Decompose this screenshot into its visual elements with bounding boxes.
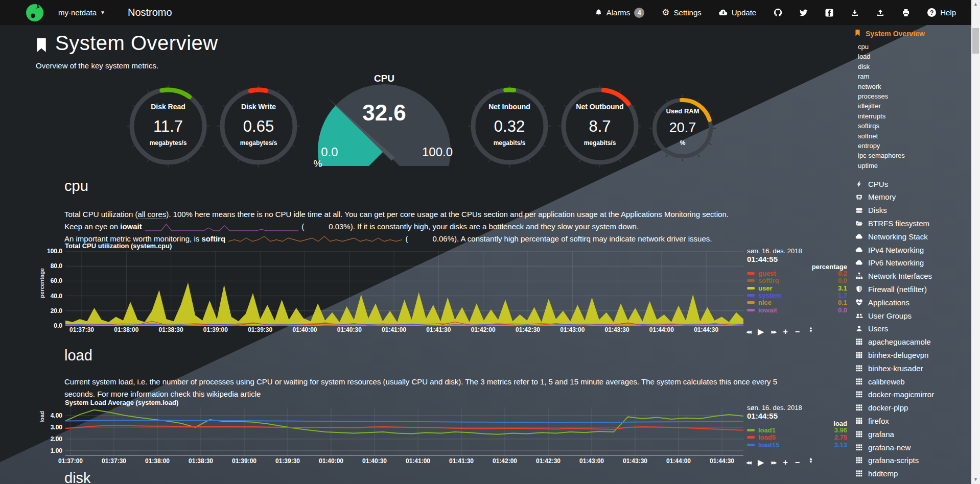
legend-series-value: 1.7 bbox=[838, 292, 847, 299]
legend-item-softirq[interactable]: softirq0.0 bbox=[747, 277, 847, 284]
system-load-plot[interactable] bbox=[65, 407, 743, 456]
netdata-logo-icon[interactable] bbox=[26, 4, 44, 22]
sidebar-item-apacheguacamole[interactable]: apacheguacamole bbox=[854, 335, 970, 349]
scrollbar-track[interactable]: ▲ ▼ bbox=[971, 0, 980, 484]
scrollbar-thumb[interactable] bbox=[972, 28, 979, 54]
cloud-icon bbox=[854, 259, 864, 267]
help-button[interactable]: ? Help bbox=[927, 8, 956, 17]
sidebar-item-docker-magicmirror[interactable]: docker-magicmirror bbox=[854, 388, 970, 401]
import-button[interactable] bbox=[876, 9, 884, 17]
sidebar-item-grafana-scripts[interactable]: grafana-scripts bbox=[854, 454, 970, 467]
sidebar-item-memory[interactable]: Memory bbox=[854, 190, 970, 204]
gauge-net-inbound[interactable]: Net Inbound0.32megabits/s bbox=[466, 83, 552, 169]
legend-item-user[interactable]: user3.1 bbox=[747, 285, 847, 292]
cpu-gauge-title: CPU bbox=[333, 73, 435, 84]
sidebar-item-load[interactable]: load bbox=[858, 52, 970, 61]
sidebar-item-cpu[interactable]: cpu bbox=[858, 42, 970, 52]
pan-forward-button[interactable]: ▸▸ bbox=[771, 328, 776, 335]
gauge-disk-write[interactable]: Disk Write0.65megabytes/s bbox=[216, 83, 301, 169]
sidebar-item-calibreweb[interactable]: calibreweb bbox=[854, 375, 970, 388]
sidebar-item-softnet[interactable]: softnet bbox=[858, 131, 970, 141]
scroll-down-arrow[interactable]: ▼ bbox=[971, 477, 980, 482]
legend-item-nice[interactable]: nice0.1 bbox=[747, 299, 847, 306]
legend-series-name: load15 bbox=[758, 441, 779, 449]
sidebar-item-grafana[interactable]: grafana bbox=[854, 427, 970, 441]
sidebar-item-idlejitter[interactable]: idlejitter bbox=[858, 101, 970, 111]
zoom-in-button[interactable]: + bbox=[783, 328, 787, 335]
play-button[interactable]: ▶ bbox=[758, 328, 764, 335]
gauge-disk-read[interactable]: Disk Read11.7megabytes/s bbox=[125, 83, 211, 169]
sidebar-item-users[interactable]: Users bbox=[854, 322, 970, 335]
update-button[interactable]: Update bbox=[719, 8, 756, 17]
gauge-value: 20.7 bbox=[648, 120, 717, 136]
sidebar-item-network[interactable]: network bbox=[858, 82, 970, 91]
gauge-used-ram[interactable]: Used RAM20.7% bbox=[648, 94, 717, 162]
print-button[interactable] bbox=[902, 9, 910, 17]
twitter-icon bbox=[800, 9, 808, 17]
legend-item-iowait[interactable]: iowait0.0 bbox=[747, 307, 847, 314]
play-button[interactable]: ▶ bbox=[758, 459, 764, 466]
sidebar-item-user-groups[interactable]: User Groups bbox=[854, 309, 970, 322]
sidebar-item-binhex-delugevpn[interactable]: binhex-delugevpn bbox=[854, 349, 970, 362]
pan-backward-button[interactable]: ◂◂ bbox=[746, 328, 751, 335]
sidebar-item-firefox[interactable]: firefox bbox=[854, 415, 970, 428]
sidebar-item-applications[interactable]: Applications bbox=[854, 296, 970, 309]
sidebar-menu: System Overview cpuloaddiskramnetworkpro… bbox=[854, 29, 970, 480]
sidebar-item-processes[interactable]: processes bbox=[858, 91, 970, 101]
sidebar-item-uptime[interactable]: uptime bbox=[858, 161, 970, 171]
sidebar-item-network-interfaces[interactable]: Network Interfaces bbox=[854, 270, 970, 283]
legend-item-load1[interactable]: load13.96 bbox=[747, 427, 847, 434]
hostname-dropdown[interactable]: my-netdata ▼ bbox=[58, 8, 105, 17]
system-cpu-plot[interactable] bbox=[65, 251, 743, 326]
scroll-up-arrow[interactable]: ▲ bbox=[971, 2, 980, 7]
twitter-button[interactable] bbox=[800, 9, 808, 17]
legend-item-load5[interactable]: load52.75 bbox=[747, 434, 847, 441]
sidebar-item-cpus[interactable]: CPUs bbox=[854, 177, 970, 190]
sidebar-item-ipc-semaphores[interactable]: ipc semaphores bbox=[858, 151, 970, 160]
wikipedia-link[interactable]: wikipedia article bbox=[206, 390, 261, 398]
x-axis-tick: 01:44:00 bbox=[658, 457, 699, 465]
x-axis-tick: 01:44:00 bbox=[641, 326, 682, 333]
sidebar-item-ram[interactable]: ram bbox=[858, 71, 970, 81]
x-axis-tick: 01:39:30 bbox=[240, 326, 281, 333]
cloud-download-icon bbox=[719, 9, 728, 16]
legend-date: søn. 16. des. 2018 bbox=[747, 247, 802, 255]
sidebar-item-ipv4-networking[interactable]: IPv4 Networking bbox=[854, 243, 970, 256]
facebook-button[interactable] bbox=[825, 9, 833, 17]
user-icon bbox=[854, 325, 864, 332]
sidebar-item-disk[interactable]: disk bbox=[858, 62, 970, 71]
pan-backward-button[interactable]: ◂◂ bbox=[746, 458, 751, 466]
sidebar-item-grafana-new[interactable]: grafana-new bbox=[854, 441, 970, 454]
gauge-label: Used RAM bbox=[648, 107, 717, 115]
legend-item-system[interactable]: system1.7 bbox=[747, 292, 847, 299]
x-axis-tick: 01:40:30 bbox=[329, 326, 370, 333]
sidebar-item-hddtemp[interactable]: hddtemp bbox=[854, 467, 970, 480]
sidebar-item-networking-stack[interactable]: Networking Stack bbox=[854, 230, 970, 243]
sidebar-item-docker-plpp[interactable]: docker-plpp bbox=[854, 401, 970, 415]
chart-resize-handle[interactable]: ▲▼ bbox=[809, 327, 813, 333]
chart-resize-handle[interactable]: ▲▼ bbox=[809, 457, 813, 464]
zoom-out-button[interactable]: − bbox=[795, 459, 800, 466]
iowait-sparkline bbox=[145, 223, 298, 232]
sidebar-item-entropy[interactable]: entropy bbox=[858, 141, 970, 151]
legend-item-load15[interactable]: load153.13 bbox=[747, 442, 847, 449]
sidebar-item-btrfs-filesystem[interactable]: BTRFS filesystem bbox=[854, 217, 970, 230]
export-button[interactable] bbox=[851, 9, 859, 17]
sidebar-item-ipv6-networking[interactable]: IPv6 Networking bbox=[854, 256, 970, 270]
gauge-units: megabytes/s bbox=[125, 139, 211, 147]
download-icon bbox=[851, 9, 859, 17]
alarms-button[interactable]: Alarms 4 bbox=[595, 8, 645, 18]
sidebar-item-softirqs[interactable]: softirqs bbox=[858, 121, 970, 131]
gauge-net-outbound[interactable]: Net Outbound8.7megabits/s bbox=[557, 83, 643, 169]
sidebar-item-system-overview[interactable]: System Overview bbox=[854, 29, 970, 38]
sidebar-item-binhex-krusader[interactable]: binhex-krusader bbox=[854, 361, 970, 375]
pan-forward-button[interactable]: ▸▸ bbox=[771, 458, 776, 466]
legend-item-guest[interactable]: guest0.2 bbox=[747, 270, 847, 277]
sidebar-item-firewall-netfilter-[interactable]: Firewall (netfilter) bbox=[854, 283, 970, 296]
github-button[interactable] bbox=[774, 8, 782, 17]
sidebar-item-disks[interactable]: Disks bbox=[854, 204, 970, 217]
zoom-out-button[interactable]: − bbox=[795, 328, 800, 335]
sidebar-item-interrupts[interactable]: interrupts bbox=[858, 111, 970, 121]
settings-button[interactable]: ⚙ Settings bbox=[662, 8, 701, 17]
zoom-in-button[interactable]: + bbox=[783, 459, 787, 466]
